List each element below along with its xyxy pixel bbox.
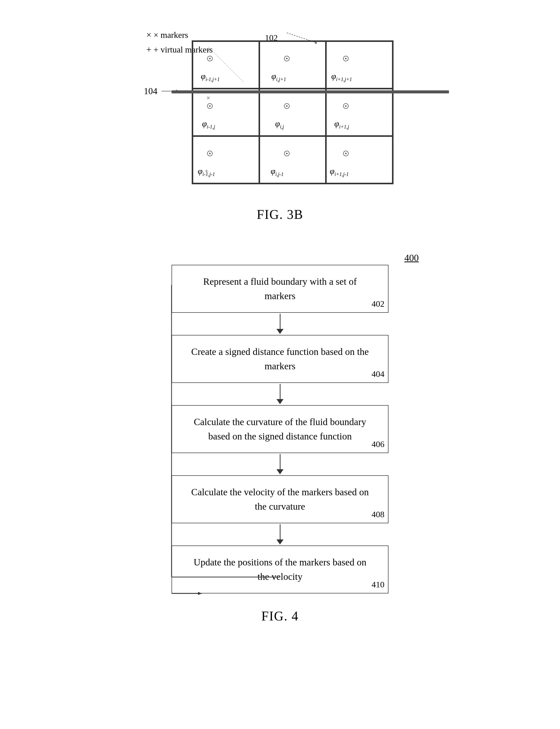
fig4-caption: FIG. 4 — [261, 609, 299, 624]
legend-x-markers: × × markers — [146, 28, 213, 42]
cell-top-right: φi+1,j+1 — [326, 41, 393, 89]
ref-400: 400 — [404, 252, 419, 263]
grid: × φi-1,j+1 φi,j+1 φi+1,j+1 × — [192, 40, 394, 184]
arrow-404-406 — [141, 384, 419, 404]
box-410: Update the positions of the markers base… — [172, 546, 388, 594]
marker-tl — [207, 56, 213, 61]
label-104: 104 — [144, 86, 184, 96]
fig3b-diagram: × × markers + + virtual markers 102 × — [141, 25, 419, 197]
cell-bot-left: + φi-1,j-1 — [192, 136, 259, 183]
arrow-line — [280, 314, 281, 329]
cell-mid-right: φi+1,j — [326, 89, 393, 136]
arrow-head — [276, 469, 284, 474]
marker-bm — [284, 151, 290, 156]
arrow-406-408 — [141, 454, 419, 474]
arrow-line — [280, 384, 281, 399]
x-marker-ml: × — [206, 94, 210, 102]
fig3b-section: × × markers + + virtual markers 102 × — [10, 15, 550, 222]
cell-bot-mid: φi,j-1 — [259, 136, 326, 183]
loop-connector-h — [141, 591, 419, 596]
cell-top-left: × φi-1,j+1 — [192, 41, 259, 89]
box-404-wrapper: Create a signed distance function based … — [172, 335, 388, 383]
cell-top-mid: φi,j+1 — [259, 41, 326, 89]
fig4-section: 400 Represent a fluid boundary with a se… — [10, 252, 550, 624]
loop-wrapper — [141, 591, 419, 596]
arrow-line — [280, 454, 281, 469]
marker-br — [343, 151, 349, 156]
arrow-104 — [159, 87, 184, 95]
cell-mid-mid: φi,j — [259, 89, 326, 136]
arrow-402-404 — [141, 314, 419, 334]
arrow-head — [276, 399, 284, 404]
box-410-wrapper: Update the positions of the markers base… — [172, 546, 388, 594]
marker-bl — [207, 151, 213, 156]
box-404: Create a signed distance function based … — [172, 335, 388, 383]
box-408-wrapper: Calculate the velocity of the markers ba… — [172, 475, 388, 523]
flow-outer: Represent a fluid boundary with a set of… — [141, 265, 419, 594]
marker-ml — [207, 103, 213, 109]
box-408: Calculate the velocity of the markers ba… — [172, 475, 388, 523]
fig3b-caption: FIG. 3B — [257, 207, 303, 222]
svg-marker-12 — [198, 592, 202, 595]
fig4-diagram: 400 Represent a fluid boundary with a se… — [141, 252, 419, 594]
cell-mid-left: × φi-1,j — [192, 89, 259, 136]
cell-bot-right: φi+1,j-1 — [326, 136, 393, 183]
water-line — [172, 90, 449, 93]
arrow-line — [280, 524, 281, 540]
box-406: Calculate the curvature of the fluid bou… — [172, 405, 388, 453]
x-marker-tl: × — [206, 46, 210, 54]
arrow-head — [276, 329, 284, 334]
arrow-408-410 — [141, 524, 419, 545]
box-402: Represent a fluid boundary with a set of… — [172, 265, 388, 313]
marker-mr — [343, 103, 349, 109]
marker-tr — [343, 56, 349, 61]
arrow-head — [276, 540, 284, 545]
marker-mm — [284, 103, 290, 109]
svg-marker-4 — [176, 90, 179, 93]
box-402-wrapper: Represent a fluid boundary with a set of… — [172, 265, 388, 313]
marker-tm — [284, 56, 290, 61]
box-406-wrapper: Calculate the curvature of the fluid bou… — [172, 405, 388, 453]
